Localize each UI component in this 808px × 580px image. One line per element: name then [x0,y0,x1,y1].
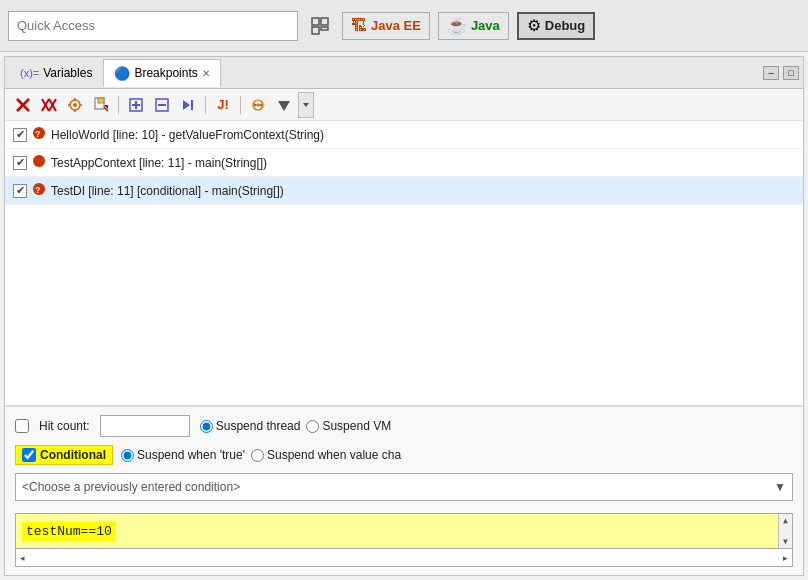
suspend-when-true-radio[interactable] [121,449,134,462]
remove-breakpoint-btn[interactable] [11,93,35,117]
breakpoint-item[interactable]: ✔ ? HelloWorld [line: 10] - getValueFrom… [5,121,803,149]
bp2-icon [31,153,47,172]
top-bar: 🏗 Java EE ☕ Java ⚙ Debug [0,0,808,52]
deselect-all-btn[interactable] [150,93,174,117]
suspend-options: Suspend thread Suspend VM [200,419,391,433]
tab-close-breakpoints[interactable]: ✕ [202,68,210,79]
conditional-checkbox[interactable] [22,448,36,462]
minimize-btn[interactable]: – [763,66,779,80]
add-bp-btn[interactable] [124,93,148,117]
toolbar-sep-1 [118,96,119,114]
bp3-text: TestDI [line: 11] [conditional] - main(S… [51,184,284,198]
scroll-right-icon[interactable]: ▸ [783,553,788,563]
suspend-when-true-option[interactable]: Suspend when 'true' [121,448,245,462]
suspend-vm-radio[interactable] [306,420,319,433]
svg-point-35 [33,155,45,167]
svg-marker-32 [303,103,309,107]
bp1-text: HelloWorld [line: 10] - getValueFromCont… [51,128,324,142]
tab-variables[interactable]: (x)= Variables [9,59,103,87]
condition-panel: Hit count: Suspend thread Suspend VM Con… [5,406,803,575]
svg-text:?: ? [35,185,41,195]
toolbar-sep-2 [205,96,206,114]
more-options-btn[interactable] [272,93,296,117]
conditional-wrapper: Conditional [15,445,113,465]
hit-count-label: Hit count: [39,419,90,433]
breakpoint-item[interactable]: ✔ TestAppContext [line: 11] - main(Strin… [5,149,803,177]
svg-text:?: ? [35,129,41,139]
toolbar-dropdown-chevron[interactable] [298,92,314,118]
condition-editor[interactable]: testNum==10 ▲ ▼ [15,513,793,549]
breakpoint-item-selected[interactable]: ✔ ? TestDI [line: 11] [conditional] - ma… [5,177,803,205]
tab-breakpoints-label: Breakpoints [134,66,197,80]
bp1-icon: ? [31,125,47,144]
condition-text: testNum==10 [22,522,116,541]
toolbar: J! [5,89,803,121]
remove-all-breakpoints-btn[interactable] [37,93,61,117]
bp2-text: TestAppContext [line: 11] - main(String[… [51,156,267,170]
svg-point-28 [254,103,257,106]
hit-count-row: Hit count: Suspend thread Suspend VM [15,415,793,437]
java-icon: ☕ [447,16,467,35]
hit-count-checkbox[interactable] [15,419,29,433]
conditional-row: Conditional Suspend when 'true' Suspend … [15,445,793,465]
bp3-checkbox[interactable]: ✔ [13,184,27,198]
open-perspective-icon[interactable] [306,12,334,40]
condition-dropdown-placeholder: <Choose a previously entered condition> [22,480,240,494]
svg-point-11 [73,103,77,107]
condition-editor-wrapper: testNum==10 ▲ ▼ ◂ ▸ [15,513,793,567]
breakpoints-list: ✔ ? HelloWorld [line: 10] - getValueFrom… [5,121,803,406]
conditional-label: Conditional [40,448,106,462]
hit-count-input[interactable] [100,415,190,437]
tab-bar: (x)= Variables 🔵 Breakpoints ✕ – □ [5,57,803,89]
suspend-when-value-option[interactable]: Suspend when value cha [251,448,401,462]
quick-access-input[interactable] [8,11,298,41]
tab-variables-label: Variables [43,66,92,80]
svg-marker-25 [183,100,190,110]
scroll-down-arrow[interactable]: ▼ [781,535,790,548]
link-bp-btn[interactable]: J! [211,93,235,117]
import-breakpoints-btn[interactable] [89,93,113,117]
condition-scrollbar: ▲ ▼ [778,514,792,548]
perspective-java[interactable]: ☕ Java [438,12,509,40]
conditional-options: Suspend when 'true' Suspend when value c… [121,448,401,462]
suspend-when-value-radio[interactable] [251,449,264,462]
bp3-icon: ? [31,181,47,200]
java-label: Java [471,18,500,33]
condition-bottom-bar: ◂ ▸ [15,549,793,567]
window-controls: – □ [763,66,799,80]
svg-rect-0 [312,18,319,25]
skip-all-btn[interactable] [176,93,200,117]
svg-point-30 [260,103,263,106]
expand-btn[interactable] [246,93,270,117]
perspective-javaee[interactable]: 🏗 Java EE [342,12,430,40]
scroll-left-icon[interactable]: ◂ [20,553,25,563]
breakpoints-icon: 🔵 [114,66,130,81]
svg-point-29 [257,103,260,106]
condition-dropdown[interactable]: <Choose a previously entered condition> … [15,473,793,501]
debug-label: Debug [545,18,585,33]
svg-rect-1 [321,18,328,25]
javaee-icon: 🏗 [351,17,367,35]
svg-marker-31 [278,101,290,111]
bp1-checkbox[interactable]: ✔ [13,128,27,142]
main-panel: (x)= Variables 🔵 Breakpoints ✕ – □ [4,56,804,576]
javaee-label: Java EE [371,18,421,33]
svg-rect-3 [321,27,328,30]
perspective-debug[interactable]: ⚙ Debug [517,12,595,40]
condition-dropdown-arrow: ▼ [774,480,786,494]
bp2-checkbox[interactable]: ✔ [13,156,27,170]
svg-rect-2 [312,27,319,34]
suspend-thread-radio[interactable] [200,420,213,433]
suspend-thread-option[interactable]: Suspend thread [200,419,301,433]
maximize-btn[interactable]: □ [783,66,799,80]
variables-icon: (x)= [20,67,39,79]
edit-breakpoints-btn[interactable] [63,93,87,117]
toolbar-sep-3 [240,96,241,114]
svg-rect-17 [98,98,104,103]
tab-breakpoints[interactable]: 🔵 Breakpoints ✕ [103,59,220,87]
scroll-up-arrow[interactable]: ▲ [781,514,790,527]
debug-icon: ⚙ [527,16,541,35]
suspend-vm-option[interactable]: Suspend VM [306,419,391,433]
